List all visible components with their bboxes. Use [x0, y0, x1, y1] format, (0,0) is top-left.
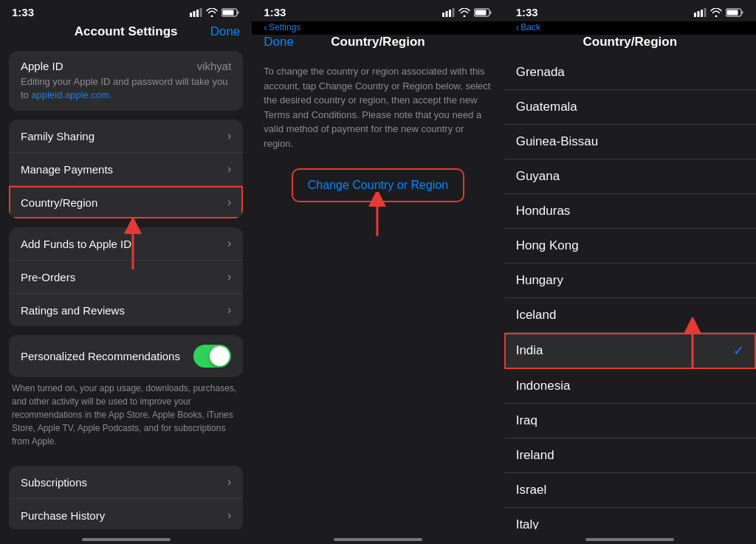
- status-bar-2: 1:33: [252, 0, 504, 21]
- ratings-reviews-label: Ratings and Reviews: [21, 304, 125, 317]
- svg-rect-19: [697, 11, 699, 17]
- apple-id-row: Apple ID vikhyat: [21, 60, 231, 72]
- panel-country-list: 1:33 Back Country/Region GrenadaGuatemal…: [504, 0, 756, 544]
- nav-title-3: Country/Region: [560, 35, 700, 49]
- svg-rect-23: [741, 11, 743, 14]
- status-time-1: 1:33: [12, 6, 34, 18]
- manage-payments-row[interactable]: Manage Payments ›: [9, 153, 243, 186]
- country-name: Guatemala: [516, 100, 577, 114]
- apple-id-section[interactable]: Apple ID vikhyat Editing your Apple ID a…: [9, 51, 243, 111]
- country-list: GrenadaGuatemalaGuinea-BissauGuyanaHondu…: [504, 55, 756, 529]
- battery-icon-3: [726, 8, 744, 17]
- country-item-indonesia[interactable]: Indonesia: [504, 369, 756, 404]
- back-settings-bar: Settings: [252, 21, 504, 35]
- status-time-2: 1:33: [264, 6, 286, 18]
- home-indicator-2: [252, 529, 504, 544]
- personalized-rec-desc: When turned on, your app usage, download…: [0, 377, 252, 457]
- subscriptions-label: Subscriptions: [21, 476, 87, 489]
- country-name: Italy: [516, 517, 539, 529]
- country-item-iceland[interactable]: Iceland: [504, 298, 756, 333]
- ratings-reviews-row[interactable]: Ratings and Reviews ›: [9, 294, 243, 326]
- country-name: Hong Kong: [516, 238, 579, 253]
- signal-icon-3: [694, 8, 707, 17]
- country-item-hong-kong[interactable]: Hong Kong: [504, 229, 756, 264]
- pre-orders-row[interactable]: Pre-Orders ›: [9, 261, 243, 294]
- signal-icon: [190, 8, 202, 17]
- country-list-content: GrenadaGuatemalaGuinea-BissauGuyanaHondu…: [504, 55, 756, 529]
- country-name: Grenada: [516, 65, 565, 80]
- status-icons-1: [190, 8, 240, 17]
- settings-section-toggle: Personalized Recommendations: [9, 335, 243, 377]
- nav-right-1[interactable]: Done: [196, 24, 240, 39]
- subscriptions-row[interactable]: Subscriptions ›: [9, 466, 243, 499]
- status-icons-3: [694, 8, 744, 17]
- ratings-reviews-chevron: ›: [227, 303, 231, 317]
- status-bar-3: 1:33: [504, 0, 756, 21]
- status-time-3: 1:33: [516, 6, 538, 18]
- country-name: India: [516, 343, 543, 358]
- nav-title-2: Country/Region: [308, 35, 447, 49]
- home-indicator-1: [0, 529, 252, 544]
- country-name: Guinea-Bissau: [516, 134, 599, 149]
- country-item-guyana[interactable]: Guyana: [504, 159, 756, 194]
- back-label-3[interactable]: Back: [516, 21, 540, 33]
- battery-icon: [221, 8, 240, 17]
- country-item-india[interactable]: India✓: [504, 333, 756, 369]
- country-name: Israel: [516, 483, 547, 497]
- svg-rect-20: [701, 10, 703, 17]
- add-funds-label: Add Funds to Apple ID: [21, 238, 131, 250]
- country-item-guinea-bissau[interactable]: Guinea-Bissau: [504, 125, 756, 159]
- account-settings-content: Apple ID vikhyat Editing your Apple ID a…: [0, 45, 252, 529]
- svg-rect-14: [489, 11, 491, 14]
- svg-rect-2: [196, 10, 199, 17]
- purchase-history-chevron: ›: [227, 509, 231, 522]
- apple-id-value: vikhyat: [197, 60, 232, 72]
- purchase-history-row[interactable]: Purchase History ›: [9, 499, 243, 529]
- country-item-hungary[interactable]: Hungary: [504, 264, 756, 298]
- nav-bar-1: Account Settings Done: [0, 21, 252, 45]
- personalized-rec-toggle[interactable]: [193, 345, 231, 368]
- country-name: Iceland: [516, 308, 557, 323]
- family-sharing-chevron: ›: [227, 129, 231, 142]
- country-name: Ireland: [516, 448, 554, 463]
- home-indicator-3: [504, 529, 756, 544]
- wifi-icon-2: [458, 8, 470, 17]
- svg-rect-18: [694, 13, 696, 17]
- country-item-israel[interactable]: Israel: [504, 473, 756, 508]
- home-bar-3: [585, 538, 674, 541]
- family-sharing-row[interactable]: Family Sharing ›: [9, 120, 243, 153]
- country-region-chevron: ›: [227, 196, 231, 209]
- apple-id-link[interactable]: appleid.apple.com.: [31, 89, 111, 100]
- panel-country-region: 1:33 Settings Done Country/Region To cha…: [252, 0, 504, 544]
- nav-left-2[interactable]: Done: [264, 35, 308, 49]
- country-region-content: To change the country or region associat…: [252, 55, 504, 529]
- done-button-1[interactable]: Done: [210, 24, 241, 38]
- country-region-desc: To change the country or region associat…: [264, 64, 492, 151]
- family-sharing-label: Family Sharing: [21, 130, 94, 142]
- add-funds-chevron: ›: [227, 237, 231, 250]
- settings-section-1: Family Sharing › Manage Payments › Count…: [9, 120, 243, 218]
- country-item-guatemala[interactable]: Guatemala: [504, 90, 756, 125]
- wifi-icon-3: [710, 8, 722, 17]
- signal-icon-2: [442, 8, 455, 17]
- country-item-honduras[interactable]: Honduras: [504, 194, 756, 229]
- country-name: Guyana: [516, 169, 560, 184]
- country-item-iraq[interactable]: Iraq: [504, 404, 756, 438]
- back-bar-3: Back: [504, 21, 756, 35]
- purchase-history-label: Purchase History: [21, 509, 105, 522]
- country-region-row[interactable]: Country/Region ›: [9, 186, 243, 218]
- country-item-italy[interactable]: Italy: [504, 508, 756, 529]
- done-button-2[interactable]: Done: [264, 35, 294, 49]
- back-settings-label[interactable]: Settings: [264, 21, 300, 33]
- country-name: Iraq: [516, 413, 537, 428]
- country-item-grenada[interactable]: Grenada: [504, 55, 756, 90]
- svg-rect-0: [190, 13, 192, 17]
- svg-rect-1: [193, 11, 196, 17]
- country-item-ireland[interactable]: Ireland: [504, 438, 756, 473]
- add-funds-row[interactable]: Add Funds to Apple ID ›: [9, 227, 243, 261]
- change-country-button[interactable]: Change Country or Region: [292, 168, 464, 202]
- svg-rect-10: [445, 11, 447, 17]
- checkmark-icon: ✓: [733, 342, 744, 359]
- status-bar-1: 1:33: [0, 0, 252, 21]
- svg-rect-3: [200, 8, 202, 17]
